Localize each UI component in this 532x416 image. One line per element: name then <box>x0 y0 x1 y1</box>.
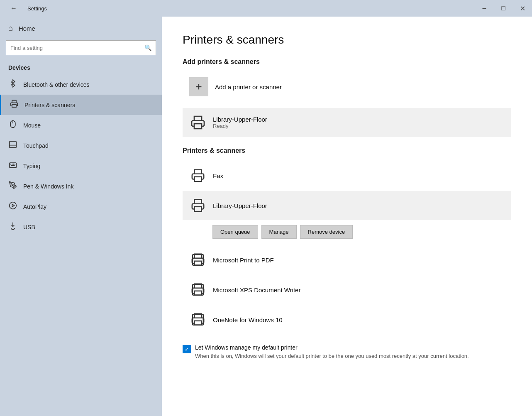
mouse-label: Mouse <box>23 122 41 129</box>
pdf-printer-icon <box>190 252 206 268</box>
onenote-printer-name: OneNote for Windows 10 <box>213 316 283 323</box>
printer-item-xps[interactable]: Microsoft XPS Document Writer <box>183 275 511 304</box>
xps-printer-icon <box>190 281 206 298</box>
svg-rect-18 <box>195 207 202 211</box>
selected-printer-info: Library-Upper-Floor Ready <box>213 116 267 129</box>
sidebar-item-bluetooth[interactable]: Bluetooth & other devices <box>0 74 162 95</box>
sidebar-item-mouse[interactable]: Mouse <box>0 115 162 135</box>
svg-rect-0 <box>12 105 16 108</box>
content-area: Printers & scanners Add printers & scann… <box>162 17 532 416</box>
sidebar-item-usb[interactable]: USB <box>0 217 162 237</box>
titlebar: ← Settings – □ ✕ <box>0 0 532 17</box>
selected-printer-name: Library-Upper-Floor <box>213 116 267 123</box>
sidebar-item-touchpad[interactable]: Touchpad <box>0 135 162 156</box>
svg-rect-20 <box>195 261 202 265</box>
printer-item-fax[interactable]: Fax <box>183 161 511 190</box>
app-body: ⌂ Home 🔍 Devices Bluetooth & other devic… <box>0 17 532 416</box>
add-section-heading: Add printers & scanners <box>183 58 511 66</box>
bluetooth-icon <box>8 79 17 90</box>
sidebar-section-label: Devices <box>0 62 162 74</box>
typing-label: Typing <box>23 163 40 169</box>
search-icon: 🔍 <box>144 44 151 51</box>
svg-rect-16 <box>194 124 202 129</box>
sidebar-item-autoplay[interactable]: AutoPlay <box>0 196 162 217</box>
usb-label: USB <box>23 224 35 230</box>
printers-label: Printers & scanners <box>24 102 75 108</box>
svg-point-11 <box>12 184 13 186</box>
home-icon: ⌂ <box>8 24 13 33</box>
fax-info: Fax <box>213 172 223 179</box>
selected-printer-item[interactable]: Library-Upper-Floor Ready <box>183 108 511 137</box>
sidebar-item-home[interactable]: ⌂ Home <box>0 17 162 40</box>
library-printer-info: Library-Upper-Floor <box>213 202 267 209</box>
sidebar: ⌂ Home 🔍 Devices Bluetooth & other devic… <box>0 17 162 416</box>
svg-marker-13 <box>12 204 14 207</box>
svg-point-12 <box>10 202 17 209</box>
maximize-button[interactable]: □ <box>494 0 513 17</box>
printer-item-onenote[interactable]: OneNote for Windows 10 <box>183 305 511 334</box>
checkbox-label: Let Windows manage my default printer <box>195 344 469 351</box>
sidebar-item-pen[interactable]: Pen & Windows Ink <box>0 176 162 196</box>
mouse-icon <box>8 120 17 130</box>
titlebar-controls: – □ ✕ <box>475 0 532 17</box>
default-printer-checkbox[interactable]: ✓ <box>183 345 191 353</box>
pdf-printer-name: Microsoft Print to PDF <box>213 257 274 264</box>
checkbox-text: Let Windows manage my default printer Wh… <box>195 344 469 360</box>
autoplay-label: AutoPlay <box>23 203 46 210</box>
xps-printer-info: Microsoft XPS Document Writer <box>213 286 300 294</box>
printer-icon-selected <box>190 114 206 131</box>
pen-icon <box>8 181 17 191</box>
search-input[interactable] <box>10 45 144 51</box>
bluetooth-label: Bluetooth & other devices <box>23 81 90 88</box>
device-actions: Open queue Manage Remove device <box>183 221 511 245</box>
library-printer-name: Library-Upper-Floor <box>213 202 267 209</box>
svg-rect-3 <box>10 142 17 148</box>
back-button[interactable]: ← <box>4 0 23 17</box>
onenote-printer-icon <box>190 311 206 328</box>
manage-button[interactable]: Manage <box>261 225 297 239</box>
titlebar-title: Settings <box>27 5 47 12</box>
default-printer-checkbox-row: ✓ Let Windows manage my default printer … <box>183 344 511 360</box>
pdf-printer-info: Microsoft Print to PDF <box>213 257 274 264</box>
open-queue-button[interactable]: Open queue <box>212 225 258 239</box>
fax-icon <box>190 167 206 184</box>
printer-item-library[interactable]: Library-Upper-Floor <box>183 191 511 220</box>
add-printer-label: Add a printer or scanner <box>215 83 282 91</box>
touchpad-icon <box>8 140 17 151</box>
pen-label: Pen & Windows Ink <box>23 183 73 190</box>
sidebar-item-printers[interactable]: Printers & scanners <box>0 95 162 115</box>
svg-rect-24 <box>195 321 202 325</box>
titlebar-left: ← Settings <box>4 0 47 17</box>
autoplay-icon <box>8 201 17 212</box>
svg-rect-17 <box>195 177 202 181</box>
printer-icon-sidebar <box>10 100 19 110</box>
fax-name: Fax <box>213 172 223 179</box>
home-label: Home <box>19 25 35 32</box>
touchpad-label: Touchpad <box>23 142 49 149</box>
library-printer-icon <box>190 197 206 214</box>
sidebar-item-typing[interactable]: Typing <box>0 156 162 176</box>
printers-section-heading: Printers & scanners <box>183 147 511 154</box>
usb-icon <box>8 222 17 232</box>
checkbox-description: When this is on, Windows will set your d… <box>195 352 469 360</box>
onenote-printer-info: OneNote for Windows 10 <box>213 316 283 323</box>
svg-rect-22 <box>195 291 202 295</box>
minimize-button[interactable]: – <box>475 0 494 17</box>
checkbox-checkmark: ✓ <box>185 346 189 352</box>
selected-printer-status: Ready <box>213 123 267 129</box>
typing-icon <box>8 161 17 171</box>
page-title: Printers & scanners <box>183 33 511 46</box>
sidebar-search-box[interactable]: 🔍 <box>6 40 156 55</box>
add-icon <box>189 77 208 96</box>
add-printer-button[interactable]: Add a printer or scanner <box>183 72 288 101</box>
xps-printer-name: Microsoft XPS Document Writer <box>213 286 300 294</box>
remove-device-button[interactable]: Remove device <box>300 225 353 239</box>
close-button[interactable]: ✕ <box>513 0 532 17</box>
printer-item-pdf[interactable]: Microsoft Print to PDF <box>183 245 511 274</box>
